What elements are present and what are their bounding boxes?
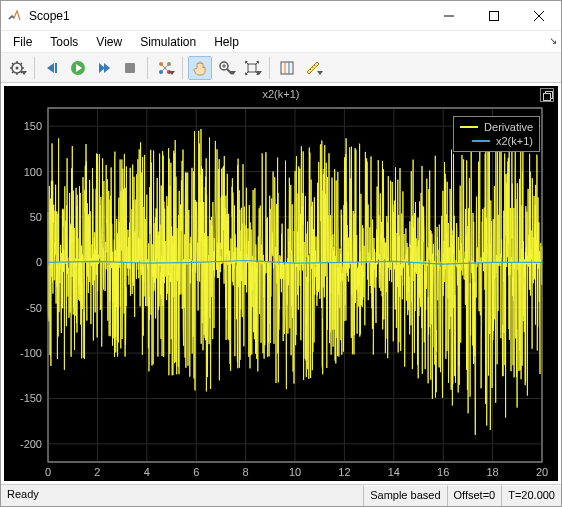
svg-line-11 [21,71,23,73]
svg-marker-39 [256,72,259,75]
legend-item-x2: x2(k+1) [460,134,533,148]
legend-label: Derivative [484,121,533,133]
legend[interactable]: Derivative x2(k+1) [453,116,540,152]
toolbar [1,53,561,83]
svg-text:50: 50 [30,211,42,223]
menu-tools[interactable]: Tools [42,33,86,51]
svg-line-35 [255,71,258,74]
toolbar-separator [182,57,183,79]
legend-swatch [472,140,490,142]
settings-icon[interactable] [5,56,29,80]
svg-line-28 [227,69,232,74]
statusbar: Ready Sample based Offset=0 T=20.000 [1,484,561,506]
svg-line-12 [12,71,14,73]
plot-area[interactable]: x2(k+1) 02468101214161820-200-150-100-50… [4,86,558,481]
legend-label: x2(k+1) [496,135,533,147]
menu-simulation[interactable]: Simulation [132,33,204,51]
scale-icon[interactable] [240,56,264,80]
status-offset: Offset=0 [447,485,502,506]
stop-icon[interactable] [118,56,142,80]
svg-rect-40 [281,62,293,74]
svg-rect-20 [125,63,135,73]
svg-text:100: 100 [24,166,42,178]
plot-container: x2(k+1) 02468101214161820-200-150-100-50… [1,83,561,484]
svg-text:-50: -50 [26,302,42,314]
svg-text:-150: -150 [20,392,42,404]
svg-line-10 [12,63,14,65]
step-forward-icon[interactable] [92,56,116,80]
menu-view[interactable]: View [88,33,130,51]
svg-text:4: 4 [144,466,150,478]
zoom-icon[interactable] [214,56,238,80]
menu-file[interactable]: File [5,33,40,51]
svg-text:-200: -200 [20,438,42,450]
window-buttons [426,1,561,30]
svg-line-44 [312,67,313,68]
measure-icon[interactable] [301,56,325,80]
svg-text:6: 6 [193,466,199,478]
svg-text:12: 12 [338,466,350,478]
menu-help[interactable]: Help [206,33,247,51]
svg-rect-31 [248,64,256,72]
cursor-icon[interactable] [275,56,299,80]
svg-text:-100: -100 [20,347,42,359]
svg-line-43 [310,69,311,70]
close-button[interactable] [516,1,561,30]
dock-icon[interactable]: ↘ [549,35,557,46]
svg-text:18: 18 [486,466,498,478]
step-back-icon[interactable] [40,56,64,80]
svg-rect-15 [55,63,57,73]
svg-text:20: 20 [536,466,548,478]
svg-point-5 [16,66,19,69]
titlebar[interactable]: Scope1 [1,1,561,31]
run-icon[interactable] [66,56,90,80]
svg-text:2: 2 [94,466,100,478]
svg-rect-1 [489,11,498,20]
menubar: File Tools View Simulation Help ↘ [1,31,561,53]
toolbar-separator [34,57,35,79]
svg-marker-19 [104,63,110,73]
svg-line-13 [21,63,23,65]
signals-icon[interactable] [153,56,177,80]
svg-text:14: 14 [388,466,400,478]
window-title: Scope1 [29,9,426,23]
minimize-button[interactable] [426,1,471,30]
toolbar-separator [147,57,148,79]
svg-text:0: 0 [36,256,42,268]
maximize-button[interactable] [471,1,516,30]
status-time: T=20.000 [501,485,561,506]
legend-swatch [460,126,478,128]
svg-text:8: 8 [243,466,249,478]
svg-text:10: 10 [289,466,301,478]
svg-line-45 [314,65,315,66]
scope-window: Scope1 File Tools View Simulation Help ↘… [0,0,562,507]
legend-item-derivative: Derivative [460,120,533,134]
svg-text:150: 150 [24,120,42,132]
matlab-icon [7,8,23,24]
toolbar-separator [269,57,270,79]
status-mode: Sample based [363,485,446,506]
svg-text:0: 0 [45,466,51,478]
status-ready: Ready [1,485,363,506]
svg-text:16: 16 [437,466,449,478]
pan-icon[interactable] [188,56,212,80]
svg-marker-14 [47,63,54,73]
